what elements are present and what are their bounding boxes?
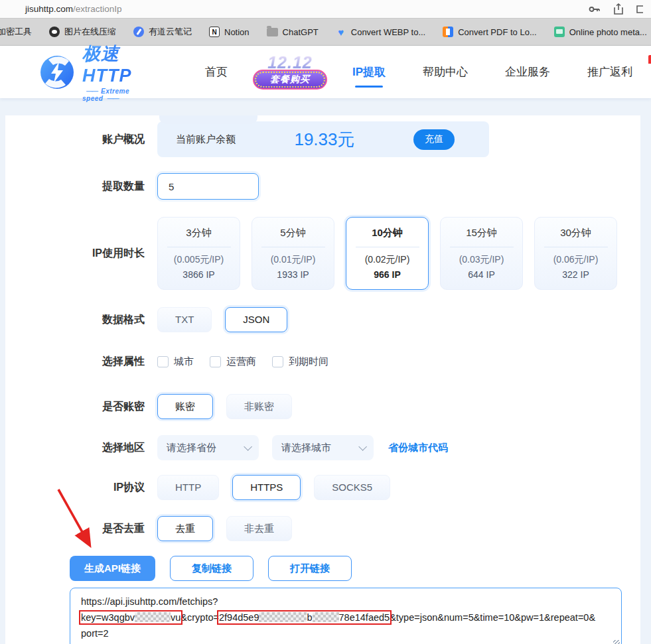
balance-amount: 19.33元 <box>236 128 413 151</box>
checkbox-label: 到期时间 <box>289 355 328 368</box>
dedupe-option-no[interactable]: 非去重 <box>226 516 292 541</box>
bookmark-label: 加密工具 <box>0 26 32 38</box>
notion-icon: N <box>209 27 220 37</box>
dedupe-option-yes-selected[interactable]: 去重 <box>157 516 213 541</box>
recharge-button[interactable]: 充值 <box>413 129 455 150</box>
duration-card-5min[interactable]: 5分钟 (0.01元/IP) 1933 IP <box>252 217 334 290</box>
key-visible-end: vu <box>171 612 181 623</box>
duration-count: 322 IP <box>562 269 589 280</box>
browser-address-bar[interactable]: jisuhttp.com/extractionIp <box>0 0 651 18</box>
bookmark-item[interactable]: 加密工具 <box>0 26 32 38</box>
quantity-input[interactable] <box>157 173 259 200</box>
duration-title: 3分钟 <box>186 227 211 239</box>
nav-item-enterprise[interactable]: 企业服务 <box>486 46 569 98</box>
duration-count: 1933 IP <box>277 269 309 280</box>
extraction-form-card: 账户概况 当前账户余额 19.33元 充值 提取数量 IP使用时长 3分钟 (0… <box>5 115 640 644</box>
protocol-option-socks5[interactable]: SOCKS5 <box>314 475 390 500</box>
checkbox-carrier[interactable]: 运营商 <box>210 355 256 368</box>
nav-item-referral[interactable]: 推广返利 <box>569 46 651 98</box>
crypto-visible-mid: b <box>307 612 312 623</box>
site-header: 极速HTTP Extreme speed 首页 12.12 套餐购买 IP提取 … <box>0 46 651 98</box>
nav-item-label: 推广返利 <box>587 66 632 78</box>
checkbox-city[interactable]: 城市 <box>157 355 194 368</box>
api-url-line3: port=2 <box>81 625 611 641</box>
bookmark-label: Convert PDF to Lo... <box>458 27 537 37</box>
bookmark-item[interactable]: Online photo meta... <box>554 27 647 37</box>
key-annotation-box: key=w3qgbvvu <box>81 612 181 623</box>
page-url[interactable]: jisuhttp.com/extractionIp <box>25 4 122 14</box>
province-placeholder: 请选择省份 <box>167 442 216 454</box>
heart-icon: ♥ <box>336 27 346 37</box>
bookmark-item[interactable]: ChatGPT <box>267 27 319 37</box>
api-url-line2: key=w3qgbvvu&crypto=2f94d5e9b78e14faed5&… <box>81 610 611 625</box>
checkbox-label: 城市 <box>174 355 194 368</box>
checkbox-icon[interactable] <box>210 356 221 367</box>
balance-label: 当前账户余额 <box>176 133 236 146</box>
checkbox-label: 运营商 <box>226 355 256 368</box>
scrolled-element-remnant <box>159 115 257 124</box>
promo-badge[interactable]: 12.12 套餐购买 <box>253 54 327 90</box>
bookmark-label: 图片在线压缩 <box>64 26 116 38</box>
bookmark-label: Online photo meta... <box>569 27 647 37</box>
auth-label: 是否账密 <box>5 400 157 414</box>
duration-count: 966 IP <box>374 269 400 280</box>
bookmark-label: ChatGPT <box>283 27 319 37</box>
checkbox-expiry[interactable]: 到期时间 <box>272 355 328 368</box>
bookmark-label: Convert WEBP to... <box>351 27 425 37</box>
bookmark-item[interactable]: 有道云笔记 <box>133 26 192 38</box>
bookmark-item[interactable]: ♥Convert WEBP to... <box>336 27 425 37</box>
duration-card-30min[interactable]: 30分钟 (0.06元/IP) 322 IP <box>534 217 617 290</box>
bookmark-item[interactable]: 图片在线压缩 <box>49 26 116 38</box>
duration-title: 10分钟 <box>372 227 403 239</box>
clipped-toolbar-icon[interactable] <box>636 5 643 14</box>
crypto-visible-start: 2f94d5e9 <box>219 612 259 623</box>
bookmark-label: Notion <box>224 27 250 37</box>
generate-api-link-button[interactable]: 生成API链接 <box>70 556 155 581</box>
chevron-down-icon <box>358 442 367 451</box>
format-option-txt[interactable]: TXT <box>157 307 212 332</box>
main-nav: 首页 12.12 套餐购买 IP提取 帮助中心 企业服务 推广返利 <box>186 46 651 98</box>
nav-item-help-center[interactable]: 帮助中心 <box>404 46 486 98</box>
format-label: 数据格式 <box>5 313 157 327</box>
url-domain: jisuhttp.com <box>25 4 73 14</box>
api-url-textarea[interactable]: https://api.jisuhttp.com/fetchips? key=w… <box>70 588 622 644</box>
copy-link-button[interactable]: 复制链接 <box>170 556 253 581</box>
brand-logo[interactable]: 极速HTTP Extreme speed <box>40 42 147 102</box>
protocol-option-https-selected[interactable]: HTTPS <box>232 475 301 500</box>
brand-tagline: Extreme speed <box>82 88 147 102</box>
format-option-json-selected[interactable]: JSON <box>225 307 287 332</box>
account-balance-panel: 当前账户余额 19.33元 充值 <box>157 121 489 157</box>
province-select[interactable]: 请选择省份 <box>157 435 259 460</box>
auth-option-no-credentials[interactable]: 非账密 <box>226 394 292 419</box>
duration-card-3min[interactable]: 3分钟 (0.005元/IP) 3866 IP <box>157 217 240 290</box>
nav-item-home[interactable]: 首页 <box>186 46 246 98</box>
pencil-icon <box>133 27 144 37</box>
checkbox-icon[interactable] <box>272 356 283 367</box>
lightning-logo-icon <box>40 55 74 90</box>
city-select[interactable]: 请选择城市 <box>272 435 374 460</box>
province-city-code-link[interactable]: 省份城市代码 <box>388 442 448 454</box>
brand-name: 极速HTTP <box>82 42 147 86</box>
panda-icon <box>49 27 60 37</box>
checkbox-icon[interactable] <box>157 356 169 367</box>
open-link-button[interactable]: 打开链接 <box>268 556 352 581</box>
quantity-label: 提取数量 <box>5 180 157 194</box>
duration-card-10min-selected[interactable]: 10分钟 (0.02元/IP) 966 IP <box>346 217 429 290</box>
city-placeholder: 请选择城市 <box>281 442 331 454</box>
bookmark-item[interactable]: NNotion <box>209 27 250 37</box>
protocol-option-http[interactable]: HTTP <box>157 475 219 500</box>
duration-card-15min[interactable]: 15分钟 (0.03元/IP) 644 IP <box>440 217 523 290</box>
key-redaction-mosaic <box>135 612 171 622</box>
auth-option-credentials-selected[interactable]: 账密 <box>157 394 213 419</box>
textarea-resize-handle[interactable] <box>613 640 620 644</box>
promo-date: 12.12 <box>267 53 313 72</box>
nav-item-ip-extract[interactable]: IP提取 <box>334 46 404 98</box>
promo-pill-label: 套餐购买 <box>253 70 327 90</box>
key-icon[interactable] <box>589 5 601 14</box>
red-notification-badge <box>648 55 651 64</box>
share-icon[interactable] <box>614 3 623 15</box>
crypto-redaction-mosaic <box>313 612 339 622</box>
duration-title: 5分钟 <box>280 227 305 239</box>
bookmark-item[interactable]: Convert PDF to Lo... <box>443 27 537 37</box>
region-label: 选择地区 <box>5 441 157 455</box>
